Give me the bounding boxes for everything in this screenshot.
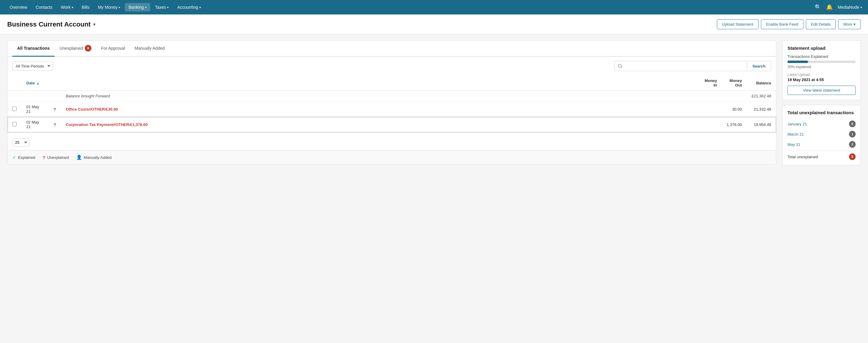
total-unexplained-row: Total unexplained 9 <box>787 151 856 160</box>
unexplained-january-link[interactable]: January 21 <box>787 122 807 126</box>
nav-item-banking[interactable]: Banking ▾ <box>125 3 150 11</box>
tab-unexplained[interactable]: Unexplained 9 <box>55 41 96 57</box>
unexplained-may-link[interactable]: May 21 <box>787 142 801 147</box>
unexplained-rows: January 21 6 March 21 1 May 21 2 Total u… <box>787 119 856 160</box>
page-title[interactable]: Business Current Account ▾ <box>7 21 95 28</box>
balance-forward-label: Balance brought Forward <box>61 91 700 102</box>
nav-item-work[interactable]: Work ▾ <box>57 3 77 11</box>
transactions-table: Date ▲ Money In Money Out Balance <box>7 75 776 132</box>
sort-icon: ▲ <box>36 82 39 85</box>
transactions-panel: All Transactions Unexplained 9 For Appro… <box>7 40 776 165</box>
more-chevron-icon: ▾ <box>854 22 856 27</box>
unexplained-march-link[interactable]: March 21 <box>787 132 804 137</box>
user-menu[interactable]: MediaNode ▾ <box>838 5 862 10</box>
explained-label: Transactions Explained <box>787 54 856 59</box>
person-icon: 👤 <box>76 155 82 160</box>
col-status-icon <box>49 75 61 91</box>
nav-left: Overview Contacts Work ▾ Bills My Money … <box>6 3 205 11</box>
enable-bank-feed-button[interactable]: Enable Bank Feed <box>761 19 803 29</box>
nav-item-my-money[interactable]: My Money ▾ <box>94 3 124 11</box>
col-date[interactable]: Date ▲ <box>22 75 49 91</box>
more-button[interactable]: More ▾ <box>838 19 861 29</box>
search-box: Search <box>614 61 771 71</box>
may-count-badge: 2 <box>849 141 856 148</box>
work-chevron-icon: ▾ <box>72 6 73 9</box>
tab-all-transactions[interactable]: All Transactions <box>12 41 55 57</box>
upload-date: 19 May 2021 at 4:55 <box>787 77 856 82</box>
unexplained-row: January 21 6 <box>787 119 856 129</box>
unexplained-row: May 21 2 <box>787 139 856 149</box>
title-chevron-icon: ▾ <box>93 22 95 27</box>
progress-bar-fill <box>787 61 808 63</box>
tab-for-approval[interactable]: For Approval <box>96 41 130 57</box>
header-actions: Upload Statement Enable Bank Feed Edit D… <box>717 19 861 29</box>
transaction-link[interactable]: Office Costs//OTHER/£30.00 <box>66 107 118 111</box>
col-balance: Balance <box>747 75 776 91</box>
nav-item-overview[interactable]: Overview <box>6 3 31 11</box>
money-out: 30.00 <box>722 102 747 117</box>
check-icon: ✓ <box>12 155 16 160</box>
col-money-in: Money In <box>700 75 722 91</box>
nav-right: 🔍 🔔 MediaNode ▾ <box>815 4 862 10</box>
question-icon: ? <box>42 155 45 160</box>
tabs-bar: All Transactions Unexplained 9 For Appro… <box>7 41 776 57</box>
search-button[interactable]: Search <box>747 62 771 71</box>
legend-manually-added: 👤 Manually Added <box>76 155 112 160</box>
total-unexplained-badge: 9 <box>849 153 856 160</box>
balance: 19,956.48 <box>747 117 776 132</box>
upload-label: Latest Upload <box>787 73 856 77</box>
nav-item-bills[interactable]: Bills <box>78 3 93 11</box>
money-in <box>700 117 722 132</box>
table-row: 02 May 21 ? Corporation Tax Payment//OTH… <box>7 117 776 132</box>
page-header: Business Current Account ▾ Upload Statem… <box>0 14 868 34</box>
table-row: 01 May 21 ? Office Costs//OTHER/£30.00 3… <box>7 102 776 117</box>
tab-manually-added[interactable]: Manually Added <box>130 41 169 57</box>
unexplained-card-title: Total unexplained transactions <box>787 110 856 115</box>
money-out: 1,376.00 <box>722 117 747 132</box>
march-count-badge: 1 <box>849 131 856 137</box>
toolbar: All Time Periods This Month Last Month T… <box>7 57 776 75</box>
top-nav: Overview Contacts Work ▾ Bills My Money … <box>0 0 868 14</box>
page-size-select[interactable]: 10 25 50 100 <box>12 138 29 146</box>
statement-upload-title: Statement upload <box>787 45 856 50</box>
balance-forward-amount: £21,362.48 <box>747 91 776 102</box>
my-money-chevron-icon: ▾ <box>119 6 120 9</box>
unexplained-icon: ? <box>53 107 56 112</box>
progress-bar <box>787 61 856 63</box>
upload-statement-button[interactable]: Upload Statement <box>717 19 758 29</box>
money-in <box>700 102 722 117</box>
legend: ✓ Explained ? Unexplained 👤 Manually Add… <box>7 150 776 164</box>
legend-explained: ✓ Explained <box>12 155 35 160</box>
unexplained-card: Total unexplained transactions January 2… <box>782 105 861 165</box>
row-checkbox[interactable] <box>12 107 17 111</box>
pagination: 10 25 50 100 <box>7 135 776 150</box>
total-unexplained-label: Total unexplained <box>787 155 818 159</box>
legend-unexplained: ? Unexplained <box>42 155 69 160</box>
balance-forward-row: Balance brought Forward £21,362.48 <box>7 91 776 102</box>
nav-item-contacts[interactable]: Contacts <box>32 3 56 11</box>
user-chevron-icon: ▾ <box>861 6 862 9</box>
search-icon[interactable]: 🔍 <box>815 4 821 10</box>
unexplained-row: March 21 1 <box>787 129 856 139</box>
right-panel: Statement upload Transactions Explained … <box>782 40 861 165</box>
edit-details-button[interactable]: Edit Details <box>806 19 836 29</box>
nav-item-taxes[interactable]: Taxes ▾ <box>151 3 173 11</box>
row-date: 02 May 21 <box>22 117 49 132</box>
nav-item-accounting[interactable]: Accounting ▾ <box>174 3 204 11</box>
col-checkbox <box>7 75 22 91</box>
col-description <box>61 75 700 91</box>
svg-line-1 <box>621 67 622 68</box>
progress-label: 30% explained <box>787 65 856 69</box>
time-period-filter[interactable]: All Time Periods This Month Last Month T… <box>12 62 53 71</box>
accounting-chevron-icon: ▾ <box>199 6 201 9</box>
transaction-link[interactable]: Corporation Tax Payment//OTHER/£1,376.00 <box>66 123 148 127</box>
statement-upload-card: Statement upload Transactions Explained … <box>782 40 861 100</box>
search-icon <box>615 61 625 71</box>
col-money-out: Money Out <box>722 75 747 91</box>
row-date: 01 May 21 <box>22 102 49 117</box>
view-latest-statement-button[interactable]: View latest statement <box>787 85 856 95</box>
bell-icon[interactable]: 🔔 <box>826 4 833 10</box>
taxes-chevron-icon: ▾ <box>167 6 168 9</box>
search-input[interactable] <box>625 62 747 71</box>
row-checkbox[interactable] <box>12 122 17 126</box>
